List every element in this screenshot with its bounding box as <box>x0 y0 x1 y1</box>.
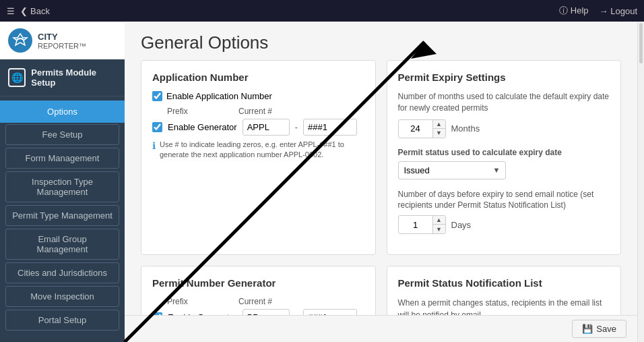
permit-expiry-title: Permit Expiry Settings <box>398 72 610 83</box>
permit-generator-row: Enable Generator - <box>152 309 364 315</box>
sidebar-nav: Options Fee Setup Form Management Inspec… <box>0 96 125 336</box>
back-link[interactable]: ❮ Back <box>20 6 50 16</box>
enable-generator-checkbox-app[interactable] <box>152 122 162 132</box>
back-label: Back <box>30 6 50 16</box>
scroll-thumb <box>639 23 643 63</box>
sidebar-item-cities-jurisdictions[interactable]: Cities and Jurisdictions <box>5 262 119 283</box>
permit-status-notification-desc: When a permit changes status, recipients… <box>398 297 610 315</box>
content-body: Application Number Enable Application Nu… <box>125 60 637 315</box>
top-bar: ☰ ❮ Back ⓘ Help → Logout <box>0 0 644 22</box>
content-area: General Options Application Number Enabl… <box>125 22 637 342</box>
months-row: ▲ ▼ Months <box>398 119 610 138</box>
save-icon: 💾 <box>582 324 593 334</box>
save-label: Save <box>596 324 616 334</box>
sidebar-logo: CITY REPORTER™ <box>0 22 125 59</box>
dash-app: - <box>295 122 298 132</box>
back-chevron-icon: ❮ <box>20 6 28 16</box>
permit-number-title: Permit Number Generator <box>152 277 364 289</box>
app-number-title: Application Number <box>152 72 364 83</box>
content-header: General Options <box>125 22 637 60</box>
months-down-btn[interactable]: ▼ <box>433 129 445 138</box>
enable-app-number-label: Enable Application Number <box>166 91 272 101</box>
app-number-col-headers: Prefix Current # <box>152 107 364 116</box>
permit-status-notification-title: Permit Status Notification List <box>398 277 610 289</box>
sidebar-item-permit-type-management[interactable]: Permit Type Management <box>5 205 119 226</box>
top-bar-left: ☰ ❮ Back <box>7 6 50 16</box>
top-bar-right: ⓘ Help → Logout <box>559 5 637 17</box>
sidebar-item-move-inspection[interactable]: Move Inspection <box>5 286 119 307</box>
months-input[interactable] <box>399 121 432 136</box>
permit-status-notification-card: Permit Status Notification List When a p… <box>387 266 622 315</box>
status-label: Permit status used to calculate expiry d… <box>398 148 610 157</box>
months-description: Number of months used to calculate the d… <box>398 91 610 114</box>
days-row: ▲ ▼ Days <box>398 215 610 234</box>
permit-current-input[interactable] <box>303 309 357 315</box>
module-icon: 🌐 <box>8 68 26 87</box>
app-hint-text: Use # to indicate leading zeros, e.g. en… <box>160 140 364 161</box>
months-spinner: ▲ ▼ <box>398 119 446 138</box>
bottom-bar: 💾 Save <box>125 315 637 342</box>
permit-expiry-card: Permit Expiry Settings Number of months … <box>387 60 622 255</box>
sidebar: CITY REPORTER™ 🌐 Permits Module Setup Op… <box>0 22 125 342</box>
logout-label: Logout <box>610 6 637 16</box>
sidebar-item-fee-setup[interactable]: Fee Setup <box>5 124 119 145</box>
help-label: Help <box>571 5 589 16</box>
app-current-input[interactable] <box>303 119 357 136</box>
current-header: Current # <box>238 107 292 116</box>
permit-number-col-headers: Prefix Current # <box>152 297 364 306</box>
enable-app-number-row: Enable Application Number <box>152 91 364 101</box>
days-unit: Days <box>451 220 472 230</box>
logout-icon: → <box>600 6 608 16</box>
days-spin-btns: ▲ ▼ <box>432 216 445 233</box>
months-up-btn[interactable]: ▲ <box>433 120 445 129</box>
app-generator-row: Enable Generator - <box>152 119 364 136</box>
sidebar-item-portal-setup[interactable]: Portal Setup <box>5 310 119 331</box>
main-layout: CITY REPORTER™ 🌐 Permits Module Setup Op… <box>0 22 644 342</box>
status-select-wrap: Issued Pending Active ▼ <box>398 161 506 179</box>
enable-app-number-checkbox[interactable] <box>152 91 162 101</box>
prefix-header: Prefix <box>167 107 214 116</box>
permit-prefix-input[interactable] <box>243 309 290 315</box>
permit-current-header: Current # <box>238 297 292 306</box>
days-up-btn[interactable]: ▲ <box>433 216 445 225</box>
status-select[interactable]: Issued Pending Active <box>398 161 506 179</box>
help-icon: ⓘ <box>559 5 568 16</box>
hamburger-icon[interactable]: ☰ <box>7 6 15 16</box>
application-number-card: Application Number Enable Application Nu… <box>141 60 376 255</box>
svg-point-2 <box>12 32 28 49</box>
right-scrollbar[interactable] <box>637 22 644 342</box>
sidebar-item-email-group-management[interactable]: Email Group Management <box>5 229 119 260</box>
logo-icon <box>8 28 32 53</box>
sidebar-module: 🌐 Permits Module Setup <box>0 59 125 96</box>
permit-number-card: Permit Number Generator Prefix Current #… <box>141 266 376 315</box>
page-title: General Options <box>141 32 621 53</box>
permit-prefix-header: Prefix <box>167 297 214 306</box>
sidebar-item-form-management[interactable]: Form Management <box>5 148 119 169</box>
module-label: Permits Module Setup <box>31 67 117 88</box>
help-link[interactable]: ⓘ Help <box>559 5 588 17</box>
save-button[interactable]: 💾 Save <box>572 320 626 338</box>
app-prefix-input[interactable] <box>243 119 290 136</box>
days-down-btn[interactable]: ▼ <box>433 225 445 233</box>
days-spinner: ▲ ▼ <box>398 215 446 234</box>
logout-link[interactable]: → Logout <box>600 6 637 16</box>
logo-text: CITY REPORTER™ <box>38 32 86 50</box>
sidebar-item-options[interactable]: Options <box>0 101 125 123</box>
app-hint-row: ℹ Use # to indicate leading zeros, e.g. … <box>152 140 364 161</box>
enable-generator-label-app: Enable Generator <box>168 122 237 132</box>
days-description: Number of days before expiry to send ema… <box>398 189 610 212</box>
days-input[interactable] <box>399 217 432 233</box>
months-spin-btns: ▲ ▼ <box>432 120 445 138</box>
hint-icon-app: ℹ <box>152 140 156 151</box>
months-unit: Months <box>451 123 480 134</box>
sidebar-item-inspection-type-management[interactable]: Inspection Type Management <box>5 171 119 202</box>
